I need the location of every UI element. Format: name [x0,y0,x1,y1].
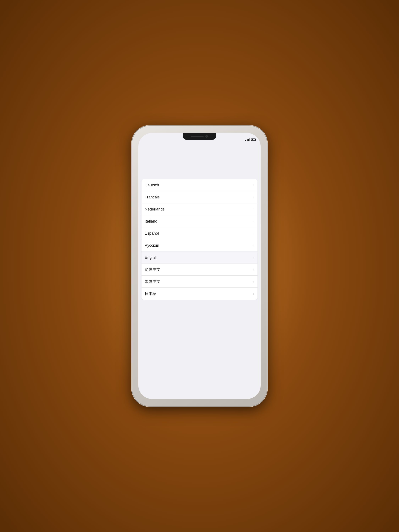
chevron-icon-simplified-chinese: › [253,267,254,272]
chevron-icon-espanol: › [253,231,254,235]
language-label-simplified-chinese: 简体中文 [145,267,160,272]
language-item-russian[interactable]: Русский › [141,239,258,252]
language-label-english: English [145,255,158,260]
language-label-francais: Français [145,195,160,200]
signal-dot-1 [245,140,246,141]
language-label-traditional-chinese: 繁體中文 [145,279,160,284]
chevron-icon-english: › [253,255,254,260]
language-label-espanol: Español [145,231,159,236]
signal-dot-2 [247,139,247,141]
front-camera [205,135,208,138]
language-label-nederlands: Nederlands [145,207,165,212]
signal-dot-4 [249,138,250,141]
battery-icon [251,139,256,141]
phone-notch [183,133,216,140]
language-item-english[interactable]: English › [141,252,258,264]
phone-screen: Deutsch › Français › Nederlands › Italia… [138,133,261,399]
battery-indicator [245,138,256,141]
top-spacer [138,144,261,179]
phone-device: Deutsch › Français › Nederlands › Italia… [132,126,267,406]
language-label-deutsch: Deutsch [145,183,159,187]
chevron-icon-japanese: › [253,292,254,296]
language-item-italiano[interactable]: Italiano › [141,215,258,227]
chevron-icon-traditional-chinese: › [253,279,254,284]
language-item-japanese[interactable]: 日本語 › [141,288,258,300]
language-label-italiano: Italiano [145,219,157,224]
chevron-icon-francais: › [253,195,254,199]
language-item-francais[interactable]: Français › [141,191,258,203]
screen-content: Deutsch › Français › Nederlands › Italia… [138,142,261,399]
battery-fill [252,139,253,140]
chevron-icon-russian: › [253,243,254,247]
signal-strength [245,138,250,141]
language-item-simplified-chinese[interactable]: 简体中文 › [141,264,258,276]
language-selection-list: Deutsch › Français › Nederlands › Italia… [141,179,258,300]
speaker-grille [191,136,203,137]
chevron-icon-deutsch: › [253,183,254,187]
language-item-traditional-chinese[interactable]: 繁體中文 › [141,276,258,288]
language-item-deutsch[interactable]: Deutsch › [141,179,258,191]
language-item-espanol[interactable]: Español › [141,227,258,239]
signal-dot-3 [248,139,249,141]
language-item-nederlands[interactable]: Nederlands › [141,203,258,215]
language-label-russian: Русский [145,243,159,248]
language-label-japanese: 日本語 [145,291,156,296]
chevron-icon-italiano: › [253,219,254,223]
chevron-icon-nederlands: › [253,207,254,211]
